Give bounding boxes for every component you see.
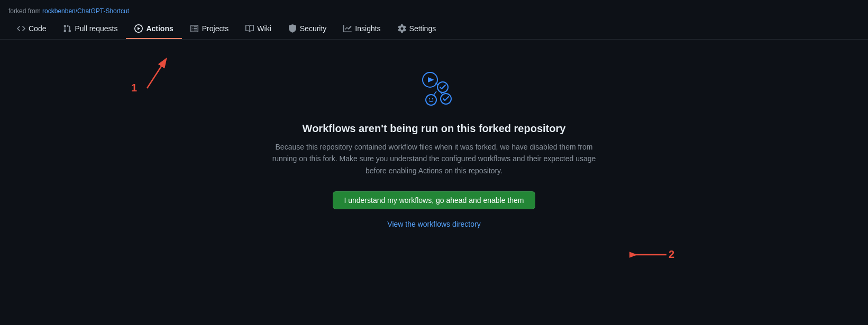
svg-marker-1 bbox=[428, 77, 434, 82]
fork-info: forked from rockbenben/ChatGPT-Shortcut bbox=[8, 4, 860, 19]
tab-wiki-label: Wiki bbox=[257, 24, 271, 33]
actions-icon bbox=[134, 24, 143, 33]
tab-wiki[interactable]: Wiki bbox=[237, 19, 279, 39]
svg-point-5 bbox=[428, 98, 430, 99]
repo-nav: Code Pull requests Actions bbox=[8, 19, 860, 39]
top-bar: forked from rockbenben/ChatGPT-Shortcut … bbox=[0, 0, 868, 40]
tab-insights[interactable]: Insights bbox=[335, 19, 389, 39]
nav-tabs: Code Pull requests Actions bbox=[8, 19, 860, 39]
tab-code[interactable]: Code bbox=[8, 19, 54, 39]
insights-icon bbox=[343, 24, 352, 33]
workflow-title: Workflows aren't being run on this forke… bbox=[303, 123, 566, 135]
fork-info-prefix: forked from bbox=[8, 7, 41, 15]
tab-security[interactable]: Security bbox=[280, 19, 335, 39]
projects-icon bbox=[190, 24, 199, 33]
workflow-description: Because this repository contained workfl… bbox=[270, 141, 598, 177]
fork-source-link[interactable]: rockbenben/ChatGPT-Shortcut bbox=[42, 7, 129, 15]
svg-point-6 bbox=[432, 98, 433, 99]
tab-pull-requests[interactable]: Pull requests bbox=[54, 19, 126, 39]
tab-settings[interactable]: Settings bbox=[389, 19, 445, 39]
enable-workflows-button[interactable]: I understand my workflows, go ahead and … bbox=[333, 191, 535, 209]
tab-pull-requests-label: Pull requests bbox=[75, 24, 117, 33]
tab-projects[interactable]: Projects bbox=[182, 19, 237, 39]
tab-projects-label: Projects bbox=[202, 24, 229, 33]
security-icon bbox=[288, 24, 297, 33]
tab-actions-label: Actions bbox=[146, 24, 173, 33]
tab-insights-label: Insights bbox=[355, 24, 380, 33]
view-workflows-link[interactable]: View the workflows directory bbox=[387, 220, 480, 228]
svg-line-8 bbox=[433, 91, 436, 96]
wiki-icon bbox=[245, 24, 254, 33]
tab-settings-label: Settings bbox=[409, 24, 436, 33]
settings-icon bbox=[398, 24, 406, 33]
code-icon bbox=[17, 24, 25, 33]
main-content: Workflows aren't being run on this forke… bbox=[0, 40, 868, 260]
tab-code-label: Code bbox=[29, 24, 46, 33]
tab-actions[interactable]: Actions bbox=[126, 19, 181, 39]
svg-point-4 bbox=[426, 95, 436, 105]
pull-request-icon bbox=[63, 24, 71, 33]
workflow-icon bbox=[413, 71, 455, 110]
tab-security-label: Security bbox=[300, 24, 327, 33]
